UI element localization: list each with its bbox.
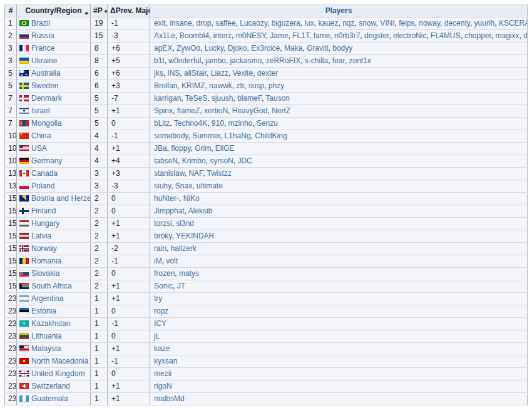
player-link[interactable]: drop [196,19,211,28]
player-link[interactable]: kaze [154,344,170,353]
player-link[interactable]: s-chilla [305,56,328,65]
player-link[interactable]: zont1x [349,56,371,65]
player-link[interactable]: dexter [257,69,278,78]
player-link[interactable]: torzsi [154,219,172,228]
player-link[interactable]: Jimpphat [154,207,185,215]
player-link[interactable]: JDC [237,156,252,165]
player-link[interactable]: syrsoN [210,156,233,165]
country-link[interactable]: Norway [31,244,57,253]
player-link[interactable]: fear [332,56,345,65]
player-link[interactable]: EliGE [215,144,235,153]
player-link[interactable]: Techno4K [174,119,207,128]
player-link[interactable]: chopper [464,31,491,40]
player-link[interactable]: bodyy [332,44,352,53]
player-link[interactable]: Liazz [211,69,228,78]
player-link[interactable]: Tauson [265,94,290,103]
player-link[interactable]: 910 [212,119,224,128]
player-link[interactable]: ztr [236,81,244,90]
country-link[interactable]: Malaysia [31,344,61,353]
player-link[interactable]: Grim [195,144,211,153]
player-link[interactable]: lux [304,19,314,28]
player-link[interactable]: Lucaozy [240,19,267,28]
player-link[interactable]: INS [167,69,180,78]
player-link[interactable]: yuurih [474,19,495,28]
player-link[interactable]: KRIMZ [182,81,205,90]
player-link[interactable]: FL4MUS [431,31,460,40]
country-link[interactable]: Estonia [31,307,56,315]
player-link[interactable]: biguzera [272,19,300,28]
player-link[interactable]: VINI [380,19,394,28]
player-link[interactable]: sl3nd [176,219,194,228]
player-link[interactable]: HeavyGod [232,106,268,115]
player-link[interactable]: rain [154,244,166,253]
country-link[interactable]: Israel [31,106,49,115]
player-link[interactable]: saffee [215,19,235,28]
player-link[interactable]: Lucky [205,44,223,53]
player-link[interactable]: Boombl4 [180,31,209,40]
country-link[interactable]: United Kingdom [31,369,84,378]
player-link[interactable]: Snax [175,181,192,190]
player-link[interactable]: decenty [444,19,470,28]
player-link[interactable]: KSCERATO [499,19,528,28]
player-link[interactable]: JBa [154,144,167,153]
player-link[interactable]: blameF [237,94,262,103]
player-link[interactable]: try [154,294,162,303]
player-link[interactable]: insane [170,19,192,28]
country-link[interactable]: Romania [31,257,61,265]
player-link[interactable]: NAF [188,169,203,178]
country-link[interactable]: China [31,131,51,140]
player-link[interactable]: FL1T [292,31,309,40]
country-link[interactable]: Ukraine [31,56,57,65]
player-link[interactable]: exit [154,19,166,28]
player-link[interactable]: karrigan [154,94,181,103]
player-link[interactable]: iM [154,257,162,265]
country-link[interactable]: Lithuania [31,332,62,340]
country-link[interactable]: Denmark [31,94,62,103]
player-link[interactable]: interz [213,31,232,40]
player-link[interactable]: degster [364,31,389,40]
player-link[interactable]: somebody [154,131,188,140]
player-link[interactable]: donk [523,31,527,40]
player-link[interactable]: jL [154,332,160,340]
country-link[interactable]: Guatemala [31,394,68,403]
player-link[interactable]: Krimbo [182,156,206,165]
player-link[interactable]: flameZ [177,106,200,115]
player-link[interactable]: Twistzz [207,169,232,178]
player-link[interactable]: Ex3rcice [251,44,280,53]
player-link[interactable]: Djoko [228,44,247,53]
player-link[interactable]: electroNic [393,31,426,40]
country-link[interactable]: Kazakhstan [31,319,71,328]
player-link[interactable]: Sonic [154,282,173,290]
player-link[interactable]: Vexite [232,69,253,78]
country-link[interactable]: South Africa [31,282,72,290]
country-link[interactable]: Finland [31,207,56,215]
player-link[interactable]: rigoN [154,382,172,390]
country-link[interactable]: Slovakia [31,269,59,278]
player-link[interactable]: Jame [270,31,288,40]
player-link[interactable]: huNter- [154,194,179,203]
player-link[interactable]: Graviti [307,44,329,53]
player-link[interactable]: apEX [154,44,172,53]
player-link[interactable]: m0NESY [236,31,266,40]
player-link[interactable]: ultimate [197,181,223,190]
player-link[interactable]: susp [248,81,264,90]
player-link[interactable]: Spinx [154,106,173,115]
player-link[interactable]: phzy [269,81,284,90]
player-link[interactable]: YEKINDAR [176,232,214,240]
player-link[interactable]: jks [154,69,163,78]
country-link[interactable]: Argentina [31,294,63,303]
player-link[interactable]: JT [177,282,185,290]
country-link[interactable]: North Macedonia [31,357,88,365]
player-link[interactable]: malbsMd [154,394,185,403]
player-link[interactable]: nawwk [209,81,232,90]
player-link[interactable]: jambo [205,56,226,65]
player-link[interactable]: matys [179,269,199,278]
player-link[interactable]: ropz [154,307,168,315]
player-link[interactable]: Senzu [257,119,278,128]
player-link[interactable]: bLitz [154,119,170,128]
player-link[interactable]: xertioN [204,106,228,115]
country-link[interactable]: Russia [31,31,54,40]
country-link[interactable]: Hungary [31,219,59,228]
player-link[interactable]: stanislaw [154,169,185,178]
player-link[interactable]: kauez [318,19,338,28]
